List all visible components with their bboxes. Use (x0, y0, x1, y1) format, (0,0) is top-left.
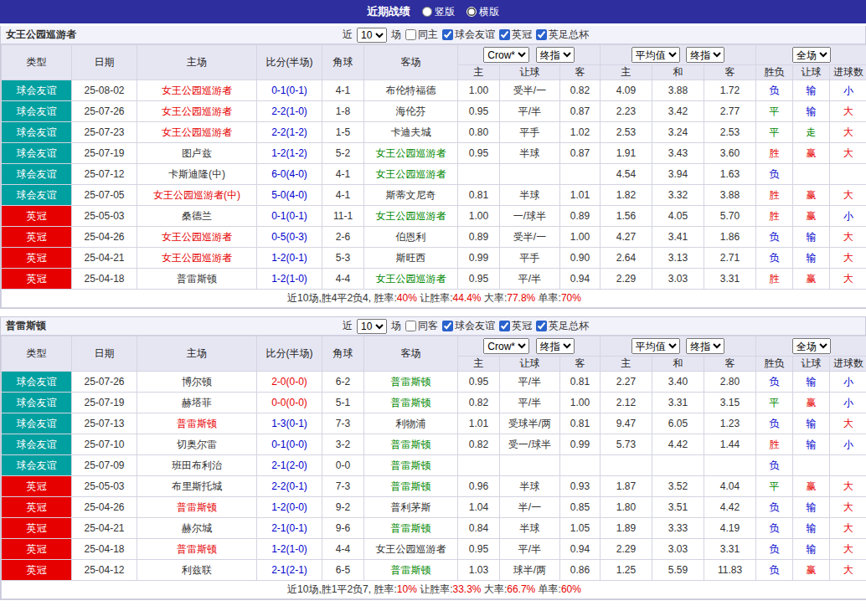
column-header-outcome: 胜负 (756, 357, 793, 372)
team-name: 普雷斯顿 (6, 319, 46, 333)
column-header-type: 类型 (2, 336, 72, 372)
corner-score: 9-6 (322, 518, 364, 539)
matches-tbody: 球会友谊25-08-02女王公园巡游者0-1(0-1)4-1布伦特福德1.00受… (2, 80, 866, 290)
layout-option-horizontal[interactable]: 横版 (467, 5, 499, 19)
comp-facup-checkbox[interactable] (536, 29, 547, 40)
average-source-select[interactable]: 平均值 (631, 338, 680, 354)
result-handicap: 输 (793, 227, 830, 248)
avg-away: 2.71 (704, 248, 756, 269)
comp-friendly-checkbox[interactable] (442, 29, 453, 40)
odds-home: 1.03 (458, 560, 500, 581)
comp-friendly-checkbox[interactable] (442, 321, 453, 331)
type-badge: 英冠 (2, 497, 72, 518)
comp-championship-checkbox[interactable] (499, 29, 510, 40)
odds-handicap: 球半/两 (500, 560, 560, 581)
comp-facup-checkbox-label[interactable]: 英足总杯 (536, 28, 589, 42)
match-score: 6-0(4-0) (257, 164, 322, 185)
comp-friendly-checkbox-label[interactable]: 球会友谊 (442, 319, 495, 333)
odds-away: 0.93 (560, 476, 601, 497)
avg-draw: 3.42 (652, 101, 704, 122)
vertical-layout-radio[interactable] (422, 7, 432, 17)
odds-home: 0.82 (458, 393, 500, 413)
average-stage-select[interactable]: 终指 (686, 338, 724, 354)
corner-score: 5-3 (322, 248, 364, 269)
result-handicap: 赢 (793, 269, 830, 290)
column-header-avg-draw: 和 (652, 65, 704, 80)
horizontal-layout-radio[interactable] (467, 7, 477, 17)
corner-score: 5-1 (322, 393, 364, 413)
match-date: 25-04-18 (72, 539, 137, 560)
result-goals (830, 164, 866, 185)
average-stage-select[interactable]: 终指 (686, 47, 724, 63)
odds-away: 0.82 (560, 80, 601, 101)
odds-source-select[interactable]: Crow* (483, 338, 529, 354)
result-outcome: 负 (756, 560, 793, 581)
result-scope-select[interactable]: 全场 (792, 338, 831, 354)
near-label: 近 (343, 319, 353, 333)
odds-home: 0.95 (458, 269, 500, 290)
comp-facup-label: 英足总杯 (549, 319, 589, 333)
same-venue-label: 同主 (418, 28, 438, 42)
layout-option-vertical[interactable]: 竖版 (422, 5, 455, 19)
odds-handicap: 半/一 (500, 497, 560, 518)
column-header-handicap-result: 让球 (793, 357, 830, 372)
comp-championship-checkbox[interactable] (499, 321, 510, 331)
avg-home: 2.29 (601, 269, 652, 290)
corner-score: 4-1 (322, 185, 364, 206)
match-count-select[interactable]: 10 (357, 319, 387, 334)
odds-stage-select[interactable]: 终指 (536, 338, 575, 354)
odds-home: 0.95 (458, 101, 500, 122)
summary-label: 近10场,胜4平2负4, 胜率: (287, 292, 397, 304)
odds-away: 0.87 (560, 101, 601, 122)
comp-facup-checkbox[interactable] (536, 321, 547, 331)
result-handicap: 输 (793, 434, 830, 455)
odds-away: 0.81 (560, 372, 601, 393)
result-group-header: 全场 (756, 45, 866, 65)
corner-score: 7-3 (322, 413, 364, 434)
column-header-date: 日期 (72, 336, 137, 372)
avg-away: 1.86 (704, 227, 756, 248)
odds-source-select[interactable]: Crow* (483, 47, 529, 63)
corner-score: 3-2 (322, 434, 364, 455)
corner-score: 2-6 (322, 227, 364, 248)
same-venue-checkbox-label[interactable]: 同客 (405, 319, 438, 333)
odds-handicap: 受半/一 (500, 227, 560, 248)
odds-home: 0.95 (458, 372, 500, 393)
type-badge: 球会友谊 (2, 143, 72, 164)
corner-score: 7-3 (322, 476, 364, 497)
match-date: 25-07-19 (72, 393, 137, 413)
comp-championship-checkbox-label[interactable]: 英冠 (499, 28, 532, 42)
odds-handicap: 平手 (500, 248, 560, 269)
type-badge: 英冠 (2, 539, 72, 560)
column-header-odds-away: 客 (560, 65, 601, 80)
average-source-select[interactable]: 平均值 (631, 47, 680, 63)
comp-friendly-checkbox-label[interactable]: 球会友谊 (442, 28, 495, 42)
match-count-select[interactable]: 10 (357, 28, 387, 43)
summary-label: 单率: (535, 583, 561, 595)
result-goals: 大 (830, 227, 866, 248)
same-venue-checkbox[interactable] (405, 321, 416, 331)
column-header-odds-away: 客 (560, 357, 601, 372)
avg-draw (652, 455, 704, 476)
odds-stage-select[interactable]: 终指 (536, 47, 575, 63)
home-team: 女王公园巡游者 (137, 248, 257, 269)
avg-home: 9.47 (601, 413, 652, 434)
home-team: 博尔顿 (137, 372, 257, 393)
comp-facup-checkbox-label[interactable]: 英足总杯 (536, 319, 589, 333)
comp-championship-checkbox-label[interactable]: 英冠 (499, 319, 532, 333)
same-venue-label: 同客 (418, 319, 438, 333)
type-badge: 英冠 (2, 206, 72, 227)
odds-away: 0.90 (560, 248, 601, 269)
odds-home: 1.00 (458, 206, 500, 227)
corner-score: 4-1 (322, 80, 364, 101)
avg-away: 3.60 (704, 143, 756, 164)
result-scope-select[interactable]: 全场 (792, 47, 831, 63)
odds-home: 0.96 (458, 476, 500, 497)
result-goals (830, 455, 866, 476)
column-header-home: 主场 (137, 45, 257, 80)
same-venue-checkbox-label[interactable]: 同主 (405, 28, 438, 42)
type-badge: 英冠 (2, 518, 72, 539)
same-venue-checkbox[interactable] (405, 29, 416, 40)
result-handicap: 赢 (793, 206, 830, 227)
result-outcome: 胜 (756, 269, 793, 290)
